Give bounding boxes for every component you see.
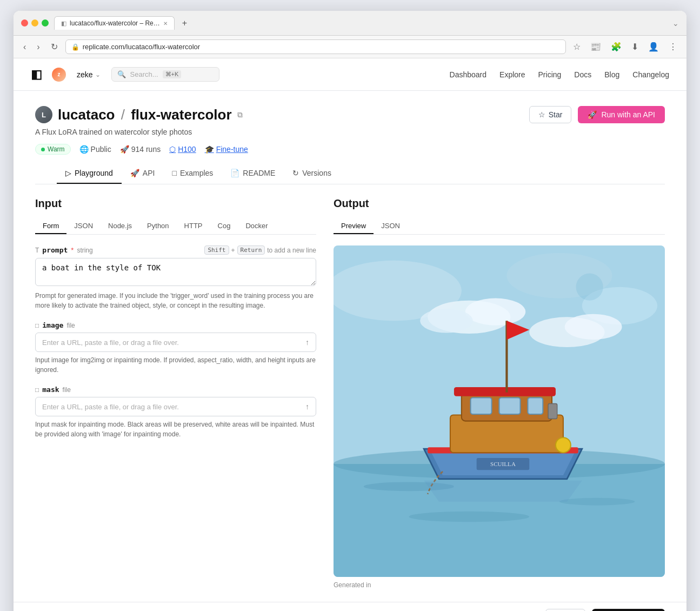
browser-tab-active[interactable]: ◧ lucataco/flux-watercolor – Re… ✕ (54, 16, 175, 30)
generated-label: Generated in (334, 581, 665, 589)
input-tab-form[interactable]: Form (35, 218, 66, 234)
return-key: Return (237, 245, 265, 255)
warm-badge: Warm (35, 144, 71, 155)
browser-window: ◧ lucataco/flux-watercolor – Re… ✕ + ⌄ ‹… (14, 11, 686, 611)
svg-rect-18 (454, 387, 556, 396)
model-title: lucataco / flux-watercolor (58, 107, 232, 123)
tab-examples[interactable]: □ Examples (163, 163, 222, 184)
mask-label: □ mask file (35, 386, 71, 394)
user-name[interactable]: zeke ⌄ (77, 70, 101, 79)
prompt-label: T prompt * string (35, 246, 93, 254)
forward-button[interactable]: › (34, 41, 43, 53)
search-icon: 🔍 (117, 70, 126, 78)
nav-links: Dashboard Explore Pricing Docs Blog Chan… (450, 70, 669, 79)
back-button[interactable]: ‹ (20, 41, 29, 53)
model-header: L lucataco / flux-watercolor ⧉ A Flux Lo… (14, 91, 686, 184)
mask-file-input[interactable]: Enter a URL, paste a file, or drag a fil… (35, 397, 316, 416)
svg-rect-21 (528, 397, 543, 414)
svg-point-6 (465, 298, 525, 326)
prompt-field-name: prompt (42, 246, 68, 254)
star-icon: ☆ (538, 110, 545, 119)
tab-api[interactable]: 🚀 API (122, 163, 164, 184)
input-tab-cog[interactable]: Cog (210, 218, 238, 234)
svg-point-14 (409, 512, 529, 522)
bottom-bar: Reset Run (cmd+enter) (14, 602, 686, 611)
rss-icon[interactable]: 📰 (588, 41, 604, 53)
model-name: flux-watercolor (131, 107, 231, 123)
api-icon: 🚀 (130, 169, 139, 177)
tab-close-icon[interactable]: ✕ (163, 21, 168, 26)
prompt-type: string (77, 247, 92, 254)
menu-icon[interactable]: ⋮ (666, 41, 680, 53)
input-panel: Input Form JSON Node.js Python HTTP Cog … (35, 197, 316, 589)
prompt-field-group: T prompt * string Shift + Return to add … (35, 245, 316, 310)
model-tabs: ▷ Playground 🚀 API □ Examples 📄 README ↻ (35, 163, 665, 184)
hardware-badge[interactable]: ⬡ H100 (169, 145, 196, 154)
upload-icon[interactable]: ↑ (305, 338, 309, 347)
prompt-hint: Shift + Return to add a new line (204, 245, 316, 255)
page: ◧ z zeke ⌄ 🔍 Search... ⌘+K Dashboard Exp… (14, 58, 686, 611)
minimize-traffic-light[interactable] (31, 19, 38, 26)
mask-field-name: mask (42, 386, 59, 394)
model-owner-link[interactable]: lucataco (58, 107, 115, 123)
play-icon: ▷ (65, 169, 71, 177)
profile-icon[interactable]: 👤 (645, 41, 662, 53)
new-tab-button[interactable]: + (178, 17, 191, 29)
mask-label-row: □ mask file (35, 386, 316, 394)
star-button[interactable]: ☆ Star (529, 106, 572, 123)
maximize-traffic-light[interactable] (42, 19, 49, 26)
tab-bar: ◧ lucataco/flux-watercolor – Re… ✕ + (54, 16, 664, 30)
svg-text:SCUILLA: SCUILLA (490, 461, 516, 467)
bookmark-icon[interactable]: ☆ (570, 41, 583, 53)
image-type: file (66, 322, 75, 329)
runs-badge: 🚀 914 runs (120, 145, 161, 154)
run-api-button[interactable]: 🚀 Run with an API (578, 106, 665, 123)
output-panel: Output Preview JSON (334, 197, 665, 589)
address-bar[interactable]: 🔒 replicate.com/lucataco/flux-watercolor (65, 39, 566, 54)
copy-button[interactable]: ⧉ (237, 110, 243, 119)
output-tab-json[interactable]: JSON (374, 218, 408, 234)
finetune-badge[interactable]: 🎓 Fine-tune (205, 145, 248, 154)
input-tab-json[interactable]: JSON (66, 218, 101, 234)
tab-versions[interactable]: ↻ Versions (284, 163, 340, 184)
input-tab-python[interactable]: Python (139, 218, 176, 234)
image-file-input[interactable]: Enter a URL, paste a file, or drag a fil… (35, 333, 316, 352)
close-traffic-light[interactable] (21, 19, 28, 26)
browser-chevron-icon[interactable]: ⌄ (672, 19, 679, 28)
browser-toolbar: ‹ › ↻ 🔒 replicate.com/lucataco/flux-wate… (14, 36, 686, 58)
nav-pricing[interactable]: Pricing (538, 70, 562, 79)
warm-dot (41, 148, 45, 151)
prompt-input[interactable]: a boat in the style of TOK (35, 258, 316, 286)
prompt-description: Prompt for generated image. If you inclu… (35, 291, 316, 310)
extensions-icon[interactable]: 🧩 (608, 41, 624, 53)
search-bar[interactable]: 🔍 Search... ⌘+K (111, 67, 219, 82)
mask-upload-icon[interactable]: ↑ (305, 402, 309, 411)
svg-point-25 (556, 437, 571, 453)
nav-changelog[interactable]: Changelog (632, 70, 669, 79)
tab-readme[interactable]: 📄 README (222, 163, 284, 184)
nav-docs[interactable]: Docs (574, 70, 591, 79)
traffic-lights (21, 19, 49, 26)
nav-dashboard[interactable]: Dashboard (450, 70, 487, 79)
hint-text: to add a new line (267, 247, 316, 254)
input-tab-nodejs[interactable]: Node.js (101, 218, 139, 234)
run-button[interactable]: Run (cmd+enter) (592, 609, 665, 611)
input-tab-http[interactable]: HTTP (177, 218, 210, 234)
model-meta: Warm 🌐 Public 🚀 914 runs ⬡ H100 (35, 144, 248, 155)
reset-button[interactable]: Reset (545, 609, 586, 611)
image-field-group: □ image file Enter a URL, paste a file, … (35, 321, 316, 375)
prompt-label-row: T prompt * string Shift + Return to add … (35, 245, 316, 255)
svg-point-7 (420, 309, 473, 333)
tab-title: lucataco/flux-watercolor – Re… (70, 19, 160, 27)
user-avatar[interactable]: z (52, 68, 66, 82)
reload-button[interactable]: ↻ (48, 41, 61, 53)
download-icon[interactable]: ⬇ (629, 41, 641, 53)
main-content: Input Form JSON Node.js Python HTTP Cog … (14, 184, 686, 602)
tab-playground[interactable]: ▷ Playground (57, 163, 122, 184)
owner-avatar: L (35, 106, 52, 123)
logo-icon: ◧ (31, 68, 41, 82)
input-tab-docker[interactable]: Docker (238, 218, 275, 234)
output-tab-preview[interactable]: Preview (334, 218, 374, 234)
nav-blog[interactable]: Blog (604, 70, 619, 79)
nav-explore[interactable]: Explore (499, 70, 525, 79)
